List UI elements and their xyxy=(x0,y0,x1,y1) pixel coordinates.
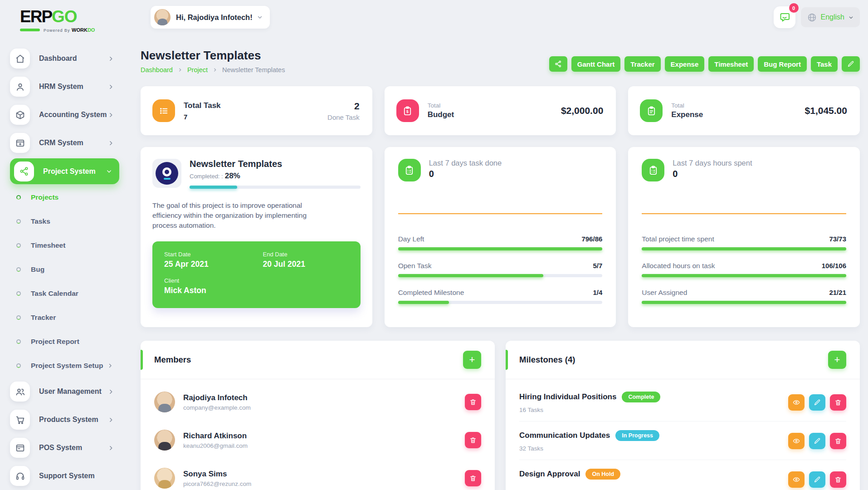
user-avatar xyxy=(154,9,171,25)
eye-icon xyxy=(793,476,800,483)
sidebar-subitem-projects[interactable]: Projects xyxy=(10,185,129,209)
stat-label: Total Task xyxy=(184,101,221,110)
member-avatar xyxy=(154,468,175,489)
page-title: Newsletter Templates xyxy=(141,49,285,63)
progress-row-day-left: Day Left796/86 xyxy=(398,235,603,250)
milestones-card: Milestones (4) + Hiring Individual Posit… xyxy=(506,341,860,490)
app-logo[interactable]: ERPGO Powered By WORKDO xyxy=(20,7,106,33)
chevron-right-icon xyxy=(107,363,113,368)
chevron-right-icon xyxy=(108,56,114,62)
sidebar-item-accounting-system[interactable]: Accounting System xyxy=(10,101,129,129)
bullet-icon xyxy=(16,291,21,296)
cube-icon xyxy=(10,105,30,125)
chevron-right-icon xyxy=(213,68,217,72)
milestone-task-count xyxy=(519,484,620,490)
budget-clipboard-icon: $ xyxy=(396,99,419,122)
edit-milestone-button[interactable] xyxy=(809,471,825,488)
add-member-button[interactable]: + xyxy=(463,351,481,369)
trash-icon xyxy=(469,475,477,482)
sidebar-item-project-system[interactable]: Project System xyxy=(10,158,119,184)
people-icon xyxy=(10,382,30,402)
edit-milestone-button[interactable] xyxy=(809,394,825,411)
messages-button[interactable]: 0 xyxy=(774,6,795,28)
sidebar-subitem-project-system-setup[interactable]: Project System Setup xyxy=(10,353,129,377)
summary-value: 0 xyxy=(673,169,752,179)
edit-milestone-button[interactable] xyxy=(809,433,825,449)
view-milestone-button[interactable] xyxy=(788,394,805,411)
sidebar-subitem-project-report[interactable]: Project Report xyxy=(10,329,129,353)
client-name: Mick Aston xyxy=(164,286,349,295)
chevron-down-icon xyxy=(848,15,853,20)
sidebar-subitem-timesheet[interactable]: Timesheet xyxy=(10,233,129,257)
sidebar-subitem-tracker[interactable]: Tracker xyxy=(10,305,129,329)
sidebar-subitem-tasks[interactable]: Tasks xyxy=(10,209,129,233)
share-nodes-icon xyxy=(14,162,34,181)
pencil-icon xyxy=(814,399,821,406)
trash-icon xyxy=(469,436,477,444)
pos-terminal-icon xyxy=(10,438,30,458)
project-progress-bar xyxy=(190,186,361,189)
milestones-title: Milestones (4) xyxy=(519,355,575,365)
bug-report-button[interactable]: Bug Report xyxy=(758,56,807,72)
timesheet-button[interactable]: Timesheet xyxy=(708,56,754,72)
view-milestone-button[interactable] xyxy=(788,433,805,449)
home-icon xyxy=(10,49,30,69)
sidebar-item-dashboard[interactable]: Dashboard xyxy=(10,44,129,73)
summary-title: Last 7 days task done xyxy=(429,159,502,167)
globe-icon xyxy=(807,13,817,22)
end-date-label: End Date xyxy=(263,251,349,258)
user-menu[interactable]: Hi, Rajodiya Infotech! xyxy=(151,6,270,29)
sidebar-item-products-system[interactable]: Products System xyxy=(10,406,129,434)
sidebar-item-hrm-system[interactable]: HRM System xyxy=(10,73,129,101)
edit-button[interactable] xyxy=(842,56,860,72)
status-badge: On Hold xyxy=(585,469,620,480)
breadcrumb-project[interactable]: Project xyxy=(187,66,208,74)
language-label: English xyxy=(821,13,844,21)
project-description: The goal of this project is to improve o… xyxy=(152,201,327,230)
milestone-row: Hiring Individual Positions Complete 16 … xyxy=(519,383,846,421)
summary-title: Last 7 days hours spent xyxy=(673,159,752,167)
delete-member-button[interactable] xyxy=(465,432,481,448)
accent-bar xyxy=(506,350,508,370)
delete-member-button[interactable] xyxy=(465,470,481,486)
delete-milestone-button[interactable] xyxy=(830,394,846,411)
bullet-icon xyxy=(16,315,21,320)
add-milestone-button[interactable]: + xyxy=(828,351,846,369)
stat-label-top: Total xyxy=(428,102,454,109)
breadcrumb-dashboard[interactable]: Dashboard xyxy=(141,66,173,74)
pencil-icon xyxy=(814,437,821,445)
task-list-icon xyxy=(152,99,175,122)
stat-label-top: Total xyxy=(671,102,703,109)
member-avatar xyxy=(154,392,175,412)
chevron-right-icon xyxy=(108,445,114,451)
delete-milestone-button[interactable] xyxy=(830,433,846,449)
end-date-value: 20 Jul 2021 xyxy=(263,260,349,269)
delete-member-button[interactable] xyxy=(465,394,481,410)
sidebar: ERPGO Powered By WORKDO Dashboard HRM Sy… xyxy=(0,0,129,490)
page-toolbar: Gantt Chart Tracker Expense Timesheet Bu… xyxy=(549,56,860,72)
progress-row-time-spent: Total project time spent73/73 xyxy=(642,235,846,250)
gantt-chart-button[interactable]: Gantt Chart xyxy=(571,56,621,72)
done-task-label: Done Task xyxy=(327,113,360,121)
completed-label: Completed: : xyxy=(190,173,223,180)
sidebar-item-pos-system[interactable]: POS System xyxy=(10,434,129,462)
share-button[interactable] xyxy=(549,56,567,72)
pencil-icon xyxy=(847,60,854,68)
chevron-right-icon xyxy=(108,389,114,395)
tracker-button[interactable]: Tracker xyxy=(624,56,660,72)
cart-icon xyxy=(10,410,30,430)
sidebar-subitem-task-calendar[interactable]: Task Calendar xyxy=(10,281,129,305)
task-button[interactable]: Task xyxy=(811,56,838,72)
sidebar-item-support-system[interactable]: Support System xyxy=(10,462,129,490)
members-title: Members xyxy=(154,355,191,365)
sidebar-item-user-management[interactable]: User Management xyxy=(10,377,129,406)
view-milestone-button[interactable] xyxy=(788,471,805,488)
chevron-down-icon xyxy=(106,168,112,174)
chevron-right-icon xyxy=(108,140,114,146)
sidebar-item-crm-system[interactable]: CRM System xyxy=(10,129,129,157)
language-selector[interactable]: English xyxy=(801,7,860,27)
stat-label: Expense xyxy=(671,110,703,119)
sidebar-subitem-bug[interactable]: Bug xyxy=(10,257,129,281)
delete-milestone-button[interactable] xyxy=(830,471,846,488)
expense-button[interactable]: Expense xyxy=(665,56,705,72)
